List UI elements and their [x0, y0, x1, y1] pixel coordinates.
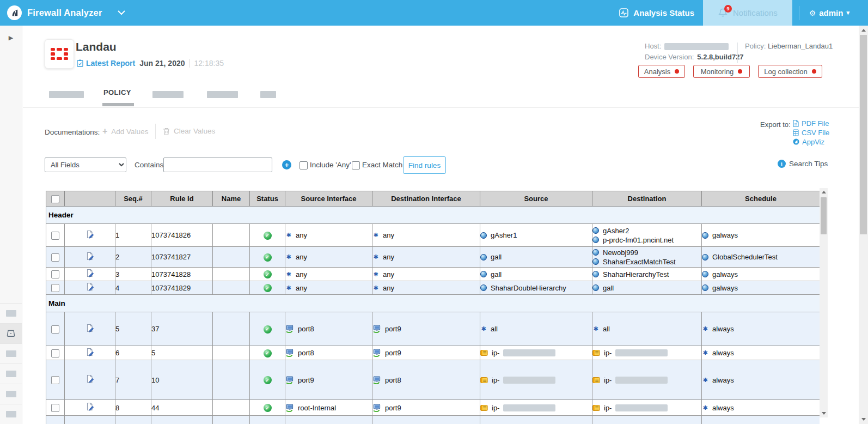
sidebar-item[interactable]: [0, 404, 22, 424]
object-entry: gAsher1: [480, 231, 592, 240]
row-checkbox[interactable]: [51, 284, 59, 292]
bell-icon: 9: [718, 8, 728, 18]
edit-cell[interactable]: [65, 247, 115, 268]
interface-icon: [285, 349, 294, 357]
object-label: GlobalSchedulerTest: [712, 252, 778, 262]
pdf-file-icon: [793, 120, 799, 127]
scroll-up-arrow[interactable]: [859, 26, 868, 35]
column-header-status[interactable]: Status: [250, 191, 285, 207]
edit-cell[interactable]: [65, 224, 115, 247]
ip-object-icon-wrap: [480, 349, 488, 356]
sidebar-item-active[interactable]: [0, 323, 22, 343]
select-all-checkbox[interactable]: [51, 195, 59, 203]
rules-table-grid: Seq.#Rule IdNameStatusSource InterfaceDe…: [46, 191, 820, 424]
edit-cell[interactable]: [65, 400, 115, 416]
edit-cell[interactable]: [65, 268, 115, 281]
monitoring-button[interactable]: Monitoring: [693, 65, 750, 78]
field-select[interactable]: All Fields: [45, 158, 126, 172]
export-appviz-link[interactable]: AppViz: [793, 138, 829, 146]
redacted-icon: [6, 350, 16, 357]
any-asterisk-icon: ✱: [285, 252, 292, 262]
column-header-seq-[interactable]: Seq.#: [115, 191, 151, 207]
tab-policy[interactable]: POLICY: [103, 88, 131, 96]
object-entry: port9: [372, 348, 480, 358]
notifications-button[interactable]: 9 Notifications: [703, 0, 792, 26]
device-name-title: Landau: [76, 40, 117, 53]
app-menu-chevron-down-icon[interactable]: [118, 10, 125, 15]
tab-redacted[interactable]: [49, 91, 84, 98]
find-rules-button[interactable]: Find rules: [403, 156, 446, 174]
edit-cell[interactable]: [65, 346, 115, 360]
add-values-button[interactable]: + Add Values: [102, 127, 148, 136]
tab-redacted[interactable]: [260, 91, 276, 98]
analysis-status-button[interactable]: Analysis Status: [619, 8, 694, 17]
ip-object-icon: [480, 377, 488, 384]
add-criteria-button[interactable]: +: [282, 160, 291, 169]
object-label: any: [383, 231, 394, 240]
row-checkbox[interactable]: [51, 232, 59, 240]
destination-interface-cell: port9: [372, 346, 480, 360]
analysis-button[interactable]: Analysis: [638, 65, 685, 78]
edit-rule-icon: [85, 402, 95, 411]
any-asterisk-icon: ✱: [702, 403, 708, 413]
log-collection-button[interactable]: Log collection: [758, 65, 822, 78]
scroll-up-arrow[interactable]: [820, 188, 828, 196]
column-header-source[interactable]: Source: [480, 191, 592, 207]
rules-table: Seq.#Rule IdNameStatusSource InterfaceDe…: [46, 191, 820, 424]
row-checkbox[interactable]: [51, 349, 59, 358]
main-content: Landau Latest Report Jun 21, 2020 12:18:…: [23, 26, 859, 424]
rule-row: [46, 416, 820, 424]
table-scrollbar[interactable]: [820, 188, 828, 417]
column-header-destination-interface[interactable]: Destination Interface: [372, 191, 480, 207]
page-scrollbar[interactable]: [859, 26, 868, 424]
source-cell: ip-: [480, 346, 592, 360]
row-checkbox[interactable]: [51, 270, 59, 278]
export-csv-link[interactable]: CSV File: [793, 129, 829, 136]
user-menu[interactable]: ⚙ admin ▾: [809, 8, 849, 17]
column-header-source-interface[interactable]: Source Interface: [285, 191, 372, 207]
app-title[interactable]: Firewall Analyzer: [27, 8, 102, 18]
source-cell: gall: [480, 247, 592, 268]
ip-object-icon: [592, 377, 600, 384]
edit-cell[interactable]: [65, 281, 115, 295]
search-tips-link[interactable]: i Search Tips: [778, 160, 828, 168]
group-object-icon: [480, 232, 487, 239]
ip-object-icon-wrap: [480, 377, 488, 384]
export-pdf-link[interactable]: PDF File: [793, 119, 829, 127]
row-checkbox[interactable]: [51, 404, 59, 412]
column-header-rule-id[interactable]: Rule Id: [151, 191, 213, 207]
scrollbar-thumb[interactable]: [821, 197, 827, 234]
sidebar-item[interactable]: [0, 364, 22, 384]
source-cell: ip-: [480, 400, 592, 416]
topbar-divider: [799, 6, 799, 20]
include-any-checkbox[interactable]: [299, 161, 308, 169]
clear-values-button[interactable]: Clear Values: [163, 127, 215, 135]
row-checkbox[interactable]: [51, 376, 59, 384]
edit-cell[interactable]: [65, 312, 115, 346]
sidebar-item[interactable]: [0, 343, 22, 364]
sidebar-expand-icon[interactable]: ▶: [8, 34, 14, 41]
status-enabled-icon: ✓: [264, 284, 272, 292]
interface-icon-wrap: [285, 404, 294, 412]
scroll-down-arrow[interactable]: [820, 409, 828, 417]
row-checkbox[interactable]: [51, 253, 59, 262]
row-checkbox[interactable]: [51, 325, 59, 334]
tab-redacted[interactable]: [152, 91, 184, 98]
sidebar-item[interactable]: [0, 303, 22, 323]
destination-cell: ✱all: [592, 312, 702, 346]
column-header-destination[interactable]: Destination: [592, 191, 702, 207]
latest-report-link[interactable]: Latest Report: [77, 59, 135, 68]
tab-redacted[interactable]: [207, 91, 238, 98]
scrollbar-thumb[interactable]: [860, 35, 867, 234]
column-header-schedule[interactable]: Schedule: [702, 191, 820, 207]
search-input[interactable]: [163, 158, 272, 172]
object-label: any: [296, 283, 307, 293]
scroll-down-arrow[interactable]: [859, 415, 868, 424]
destination-interface-cell: ✱any: [372, 268, 480, 281]
sidebar-item[interactable]: [0, 384, 22, 404]
exact-match-checkbox[interactable]: [352, 161, 360, 169]
interface-icon-wrap: [372, 325, 381, 333]
column-header-name[interactable]: Name: [213, 191, 250, 207]
seq-cell: 5: [115, 312, 151, 346]
edit-cell[interactable]: [65, 360, 115, 400]
